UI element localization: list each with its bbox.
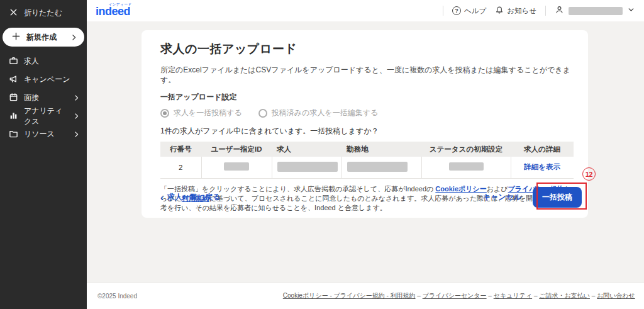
column-header: ステータスの初期設定	[421, 142, 511, 157]
notifications-label: お知らせ	[507, 6, 536, 16]
help-icon: ?	[452, 6, 461, 15]
copyright-text: ©2025 Indeed	[97, 293, 137, 300]
actions-row: ‹ 求人一覧に戻る キャンセル 一括投稿	[160, 187, 582, 208]
column-header: ユーザー指定ID	[201, 142, 272, 157]
folder-icon	[9, 129, 18, 140]
radio-unselected-icon	[258, 109, 267, 118]
confirm-question: 1件の求人がファイル中に含まれています。一括投稿しますか？	[160, 126, 574, 137]
sidebar-item-jobs[interactable]: 求人	[0, 52, 87, 70]
sidebar-item-resources[interactable]: リソース	[0, 125, 87, 143]
chevron-right-icon	[72, 112, 80, 120]
sidebar-item-campaigns[interactable]: キャンペーン	[0, 70, 87, 89]
table-row: 2 詳細を表示	[160, 157, 574, 178]
chevron-right-icon	[72, 130, 80, 138]
sidebar-item-label: リソース	[24, 129, 55, 140]
page-title: 求人の一括アップロード	[160, 42, 574, 57]
top-header: インディード indeed ? ヘルプ お知らせ	[87, 0, 644, 21]
close-icon	[9, 8, 18, 19]
footer-link-privacy-center[interactable]: プライバシーセンター	[423, 292, 487, 299]
radio-bulk-edit[interactable]: 投稿済みの求人を一括編集する	[258, 108, 378, 118]
help-label: ヘルプ	[464, 6, 486, 16]
sidebar-item-label: キャンペーン	[24, 74, 70, 85]
indeed-logo[interactable]: インディード indeed	[96, 5, 130, 18]
calendar-icon	[9, 93, 18, 104]
column-header: 求人の詳細	[511, 142, 574, 157]
page-footer: ©2025 Indeed Cookieポリシー - プライバシー規約 - 利用規…	[87, 282, 644, 309]
notifications-button[interactable]: お知らせ	[495, 6, 536, 16]
chevron-right-icon	[72, 94, 80, 102]
sidebar-item-interviews[interactable]: 面接	[0, 89, 87, 107]
header-divider	[545, 6, 546, 16]
account-name-masked	[569, 7, 623, 15]
cancel-button[interactable]: キャンセル	[483, 192, 521, 203]
cell-row-number: 2	[160, 157, 201, 178]
chevron-down-icon	[627, 5, 635, 16]
bell-icon	[495, 6, 504, 16]
megaphone-icon	[9, 74, 18, 86]
sidebar-item-label: アナリティクス	[24, 106, 67, 127]
view-details-link[interactable]: 詳細を表示	[524, 163, 560, 171]
logo-furigana: インディード	[108, 2, 131, 8]
sidebar-item-collapse[interactable]: 折りたたむ	[0, 4, 87, 22]
column-header: 行番号	[160, 142, 201, 157]
briefcase-icon	[9, 56, 18, 67]
cell-job-masked	[272, 157, 341, 178]
sidebar-item-label: 新規作成	[26, 32, 57, 43]
person-icon	[555, 5, 564, 17]
jobs-preview-table: 行番号 ユーザー指定ID 求人 勤務地 ステータスの初期設定 求人の詳細 2 詳…	[160, 142, 574, 179]
upload-settings-label: 一括アップロード設定	[160, 92, 574, 103]
footer-link-contact[interactable]: お問い合わせ	[597, 292, 635, 299]
footer-links: Cookieポリシー - プライバシー規約 - 利用規約 – プライバシーセンタ…	[283, 291, 635, 300]
back-to-jobs-link[interactable]: ‹ 求人一覧に戻る	[160, 192, 221, 203]
bar-chart-icon	[9, 111, 18, 122]
radio-label: 求人を一括投稿する	[174, 108, 242, 118]
plus-icon	[11, 31, 21, 43]
sidebar: 折りたたむ 新規作成 求人 キャンペーン 面接 アナリティクス リソース	[0, 0, 87, 309]
cell-status-masked	[421, 157, 511, 178]
back-link-label: 求人一覧に戻る	[167, 192, 221, 203]
chevron-right-icon	[70, 33, 78, 42]
main-area: 求人の一括アップロード 所定のExcelファイルまたはCSVファイルをアップロー…	[87, 21, 644, 282]
column-header: 勤務地	[341, 142, 421, 157]
help-button[interactable]: ? ヘルプ	[452, 6, 486, 16]
annotation-step-number: 12	[582, 167, 596, 181]
sidebar-item-analytics[interactable]: アナリティクス	[0, 107, 87, 125]
header-divider	[443, 6, 443, 16]
page-description: 所定のExcelファイルまたはCSVファイルをアップロードすると、一度に複数の求…	[160, 65, 574, 85]
upload-mode-radio-group: 求人を一括投稿する 投稿済みの求人を一括編集する	[160, 108, 574, 118]
bulk-upload-card: 求人の一括アップロード 所定のExcelファイルまたはCSVファイルをアップロー…	[142, 30, 588, 218]
footer-link-policies[interactable]: Cookieポリシー - プライバシー規約 - 利用規約	[283, 292, 416, 299]
sidebar-item-label: 折りたたむ	[24, 8, 62, 18]
cell-user-id-masked	[201, 157, 272, 178]
footer-link-billing[interactable]: ご請求・お支払い	[539, 292, 590, 299]
sidebar-item-label: 求人	[24, 56, 39, 67]
radio-selected-icon	[160, 109, 169, 118]
table-header-row: 行番号 ユーザー指定ID 求人 勤務地 ステータスの初期設定 求人の詳細	[160, 142, 574, 157]
column-header: 求人	[272, 142, 341, 157]
cell-location-masked	[341, 157, 421, 178]
sidebar-item-label: 面接	[24, 93, 39, 103]
sidebar-item-new-create[interactable]: 新規作成	[3, 28, 84, 47]
footer-link-security[interactable]: セキュリティ	[494, 292, 532, 299]
chevron-left-icon: ‹	[160, 194, 164, 201]
account-menu[interactable]	[555, 5, 635, 17]
bulk-post-button[interactable]: 一括投稿	[533, 187, 582, 208]
radio-bulk-post[interactable]: 求人を一括投稿する	[160, 108, 242, 118]
radio-label: 投稿済みの求人を一括編集する	[272, 108, 378, 118]
